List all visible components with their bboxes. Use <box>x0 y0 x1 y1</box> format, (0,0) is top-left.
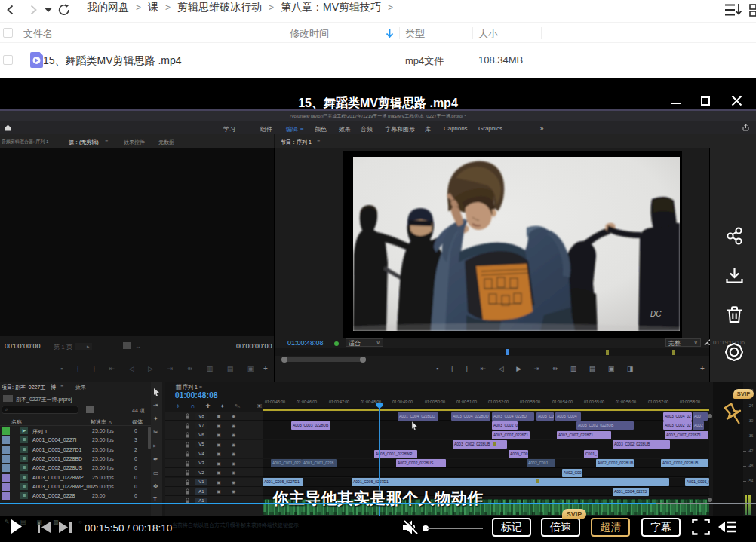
svg-text:DC: DC <box>650 310 662 318</box>
